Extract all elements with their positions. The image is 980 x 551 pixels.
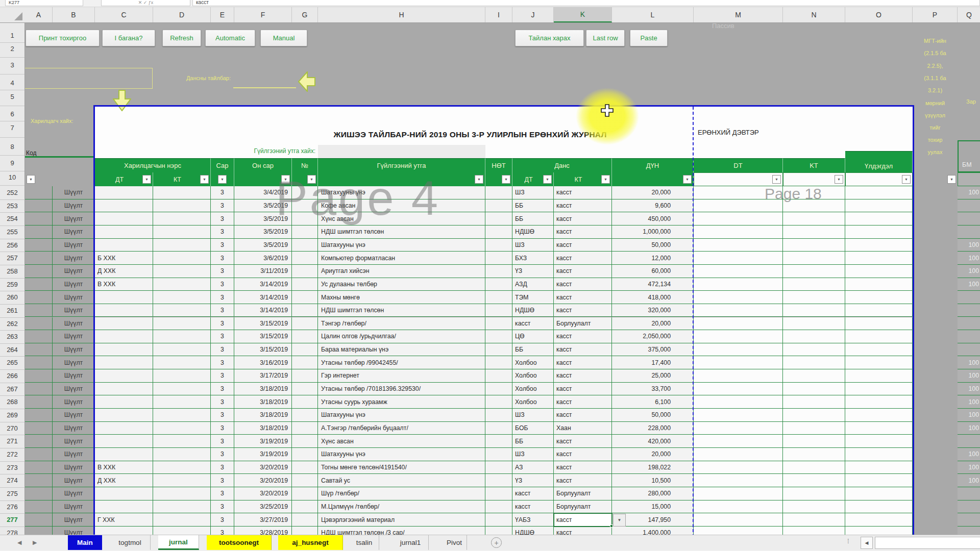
- cell-J277[interactable]: ҮАБЗ: [512, 513, 554, 527]
- cell-M259[interactable]: [694, 278, 783, 291]
- cell-A270[interactable]: [25, 422, 53, 435]
- cell-F278[interactable]: 3/28/2019: [234, 527, 292, 535]
- row-header-5[interactable]: 5: [0, 93, 24, 101]
- cell-H268[interactable]: Утасны суурь хураамж: [318, 395, 485, 409]
- cell-M277[interactable]: [694, 513, 783, 527]
- cell-L261[interactable]: 320,000: [612, 304, 694, 317]
- cell-N276[interactable]: [783, 500, 845, 514]
- cell-L271[interactable]: 420,000: [612, 435, 694, 448]
- cell-F257[interactable]: 3/6/2019: [234, 252, 292, 265]
- cell-Q254[interactable]: [958, 212, 980, 226]
- cell-G257[interactable]: [292, 252, 318, 265]
- sheet-tab-jurnal[interactable]: jurnal: [158, 535, 199, 550]
- cell-D262[interactable]: [153, 317, 211, 331]
- cell-O257[interactable]: [845, 252, 913, 265]
- cell-K270[interactable]: Хаан: [554, 422, 612, 435]
- cell-K274[interactable]: касст: [554, 474, 612, 487]
- cell-B263[interactable]: Шүүлт: [53, 330, 95, 343]
- cell-A275[interactable]: [25, 487, 53, 500]
- cell-F273[interactable]: 3/20/2019: [234, 461, 292, 474]
- cell-L276[interactable]: 15,000: [612, 500, 694, 514]
- cell-K253[interactable]: касст: [554, 199, 612, 213]
- cell-B253[interactable]: Шүүлт: [53, 199, 95, 213]
- cell-G258[interactable]: [292, 265, 318, 278]
- row-header-252[interactable]: 252: [0, 189, 24, 196]
- cell-K275[interactable]: Борлуулалт: [554, 487, 612, 500]
- cell-K273[interactable]: касст: [554, 461, 612, 474]
- cell-B252[interactable]: Шүүлт: [53, 186, 95, 199]
- cell-J260[interactable]: ТЭМ: [512, 291, 554, 304]
- cell-I262[interactable]: [485, 317, 512, 331]
- column-header-F[interactable]: F: [234, 7, 292, 22]
- cell-H263[interactable]: Цалин олгов /урьдчилгаа/: [318, 330, 485, 343]
- cell-G274[interactable]: [292, 474, 318, 487]
- cell-F253[interactable]: 3/5/2019: [234, 199, 292, 213]
- cell-J253[interactable]: ББ: [512, 199, 554, 213]
- table-header-6[interactable]: НӨТ: [485, 158, 512, 172]
- cell-M270[interactable]: [694, 422, 783, 435]
- cell-L259[interactable]: 472,134: [612, 278, 694, 291]
- cell-Q273[interactable]: 100: [958, 461, 980, 474]
- cell-K254[interactable]: касст: [554, 212, 612, 226]
- cell-N256[interactable]: [783, 239, 845, 252]
- column-header-I[interactable]: I: [485, 7, 512, 22]
- filter-dropdown-D[interactable]: ▼: [200, 175, 209, 184]
- cell-D265[interactable]: [153, 356, 211, 369]
- cell-C254[interactable]: [95, 212, 153, 226]
- cell-C264[interactable]: [95, 343, 153, 357]
- cell-N278[interactable]: [783, 527, 845, 535]
- cell-L274[interactable]: 10,500: [612, 474, 694, 487]
- cell-Q274[interactable]: 100: [958, 474, 980, 487]
- cell-B265[interactable]: Шүүлт: [53, 356, 95, 369]
- cell-Q259[interactable]: 100: [958, 278, 980, 291]
- cell-L269[interactable]: 50,000: [612, 409, 694, 422]
- cell-E271[interactable]: 3: [211, 435, 234, 448]
- cell-F276[interactable]: 3/25/2019: [234, 500, 292, 514]
- cell-C270[interactable]: [95, 422, 153, 435]
- cell-C267[interactable]: [95, 383, 153, 396]
- filter-dropdown-K[interactable]: ▼: [601, 175, 610, 184]
- cell-B262[interactable]: Шүүлт: [53, 317, 95, 331]
- cell-N269[interactable]: [783, 409, 845, 422]
- cell-D252[interactable]: [153, 186, 211, 199]
- cell-I268[interactable]: [485, 395, 512, 409]
- cell-A276[interactable]: [25, 500, 53, 514]
- row-header-2[interactable]: 2: [0, 45, 24, 53]
- cell-B258[interactable]: Шүүлт: [53, 265, 95, 278]
- cell-A259[interactable]: [25, 278, 53, 291]
- column-header-M[interactable]: M: [694, 7, 783, 22]
- cell-G264[interactable]: [292, 343, 318, 357]
- cell-J258[interactable]: ҮЗ: [512, 265, 554, 278]
- cell-M267[interactable]: [694, 383, 783, 396]
- cell-O278[interactable]: [845, 527, 913, 535]
- cell-L266[interactable]: 25,000: [612, 369, 694, 383]
- cell-J262[interactable]: касст: [512, 317, 554, 331]
- cell-Q276[interactable]: [958, 500, 980, 514]
- cell-F252[interactable]: 3/4/2019: [234, 186, 292, 199]
- cell-B271[interactable]: Шүүлт: [53, 435, 95, 448]
- cell-A255[interactable]: [25, 226, 53, 239]
- cell-K265[interactable]: касст: [554, 356, 612, 369]
- cell-B272[interactable]: Шүүлт: [53, 448, 95, 461]
- cell-A268[interactable]: [25, 395, 53, 409]
- row-header-1[interactable]: 1: [0, 32, 24, 39]
- cell-F269[interactable]: 3/18/2019: [234, 409, 292, 422]
- cell-E267[interactable]: 3: [211, 383, 234, 396]
- cell-D270[interactable]: [153, 422, 211, 435]
- cell-K276[interactable]: Борлуулалт: [554, 500, 612, 514]
- bm-header-cell[interactable]: БМ: [958, 140, 980, 172]
- cell-G269[interactable]: [292, 409, 318, 422]
- cell-I269[interactable]: [485, 409, 512, 422]
- cell-L268[interactable]: 6,100: [612, 395, 694, 409]
- row-header-9[interactable]: 9: [0, 159, 24, 167]
- cell-F275[interactable]: 3/20/2019: [234, 487, 292, 500]
- cell-E276[interactable]: 3: [211, 500, 234, 514]
- column-header-C[interactable]: C: [95, 7, 153, 22]
- row-header-264[interactable]: 264: [0, 346, 24, 354]
- cell-M255[interactable]: [694, 226, 783, 239]
- cell-M258[interactable]: [694, 265, 783, 278]
- cell-N274[interactable]: [783, 474, 845, 487]
- cell-K257[interactable]: касст: [554, 252, 612, 265]
- cell-B254[interactable]: Шүүлт: [53, 212, 95, 226]
- toolbar-button-right-1[interactable]: Тайлан харах: [515, 30, 584, 46]
